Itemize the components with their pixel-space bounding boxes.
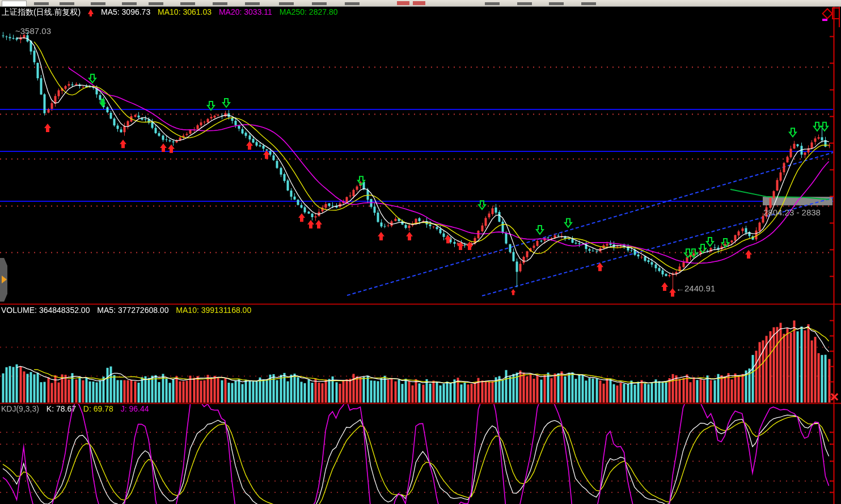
toolbar-item-stub <box>245 2 260 5</box>
kdj-j-label: J: 96.44 <box>121 404 149 413</box>
ma10-label: MA10: 3061.03 <box>158 7 212 16</box>
toolbar-item-stub <box>517 2 532 5</box>
toolbar-item-stub <box>213 2 227 5</box>
kdj-name-label: KDJ(9,3,3) <box>1 404 39 413</box>
ma5-label: MA5: 3096.73 <box>101 7 150 16</box>
toolbar-item-stub <box>345 2 360 5</box>
toolbar-item-stub <box>34 2 49 5</box>
volume-title-row: VOLUME: 364848352.00 MA5: 377272608.00 M… <box>1 306 256 315</box>
volume-value-label: VOLUME: 364848352.00 <box>1 306 90 315</box>
toolbar-item-stub <box>149 2 163 5</box>
period-high-label: ~3587.03 <box>15 26 51 36</box>
toolbar-limit-value-stub[interactable] <box>397 1 409 5</box>
toolbar-item-stub <box>312 2 327 5</box>
toolbar-item-stub <box>60 2 74 5</box>
kdj-d-label: D: 69.78 <box>83 404 113 413</box>
right-edge-marker <box>839 7 840 27</box>
play-icon <box>2 276 7 283</box>
toolbar-limit-value-stub[interactable] <box>413 1 425 5</box>
volume-ma5-label: MA5: 377272608.00 <box>97 306 168 315</box>
trading-app-screen: 上证指数(日线.前复权) MA5: 3096.73 MA10: 3061.03 … <box>0 0 841 504</box>
toolbar-input-stub[interactable] <box>2 1 27 7</box>
gap-zone-label: 2804.23 - 2838 <box>763 207 841 217</box>
toolbar-item-stub <box>279 2 294 5</box>
magenta-dash-icon <box>822 19 827 21</box>
toolbar-item-stub <box>549 2 564 5</box>
main-chart-title-row: 上证指数(日线.前复权) MA5: 3096.73 MA10: 3061.03 … <box>2 7 343 18</box>
toolbar-item-stub <box>122 2 137 5</box>
kdj-title-row: KDJ(9,3,3) K: 78.67 D: 69.78 J: 96.44 <box>1 404 154 413</box>
ma250-label: MA250: 2827.80 <box>280 7 338 16</box>
toolbar-item-stub <box>581 2 596 5</box>
toolbar-item-stub <box>91 2 105 5</box>
kdj-k-label: K: 78.67 <box>47 404 76 413</box>
toolbar-item-stub <box>485 2 500 5</box>
symbol-title: 上证指数(日线.前复权) <box>2 7 81 16</box>
red-up-arrow-icon <box>88 9 94 14</box>
ma20-label: MA20: 3033.11 <box>219 7 272 16</box>
chart-canvas[interactable] <box>0 0 841 504</box>
period-low-label: ←2440.91 <box>676 283 715 293</box>
sidebar-expand-handle[interactable] <box>0 258 7 302</box>
top-toolbar-clipped[interactable] <box>0 0 841 7</box>
volume-ma10-label: MA10: 399131168.00 <box>176 306 251 315</box>
close-x-icon[interactable] <box>830 392 839 401</box>
toolbar-item-stub <box>180 2 195 5</box>
